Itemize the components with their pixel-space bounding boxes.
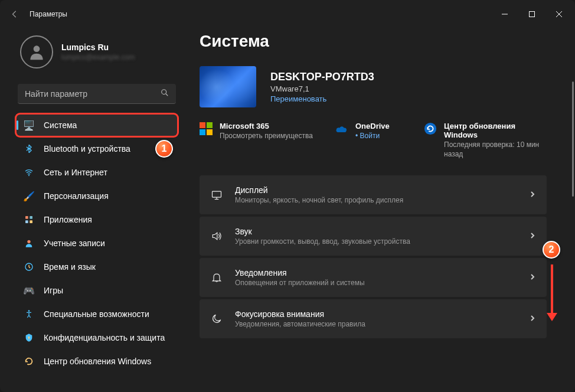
- setting-title: Дисплей: [235, 185, 517, 195]
- setting-title: Звук: [235, 227, 517, 236]
- page-title: Система: [200, 32, 563, 51]
- service-sub: Просмотреть преимущества: [220, 132, 313, 141]
- service-title: OneDrive: [355, 122, 390, 130]
- annotation-scroll-arrow: [548, 264, 556, 321]
- svg-rect-18: [213, 191, 221, 197]
- setting-desc: Оповещения от приложений и системы: [235, 279, 517, 287]
- minimize-button[interactable]: [491, 4, 518, 25]
- sidebar-item-time-language[interactable]: Время и язык: [17, 256, 177, 277]
- sidebar-item-label: Учетные записи: [44, 239, 105, 248]
- windows-update-icon: [24, 356, 34, 367]
- ms365-icon: [200, 122, 213, 135]
- annotation-badge-1: 1: [155, 140, 173, 158]
- service-sub: Последняя проверка: 10 мин назад: [444, 141, 545, 159]
- sidebar-item-gaming[interactable]: 🎮 Игры: [17, 280, 177, 301]
- settings-list: Дисплей Мониторы, яркость, ночной свет, …: [200, 175, 563, 350]
- back-button[interactable]: [11, 10, 19, 18]
- device-summary: DESKTOP-PO7RTD3 VMware7,1 Переименовать: [200, 66, 563, 107]
- svg-point-12: [27, 240, 30, 243]
- setting-desc: Мониторы, яркость, ночной свет, профиль …: [235, 196, 517, 204]
- service-summary: Microsoft 365 Просмотреть преимущества O…: [200, 122, 563, 159]
- sidebar-item-label: Конфиденциальность и защита: [44, 333, 165, 342]
- wifi-icon: [24, 167, 34, 178]
- sidebar-item-accounts[interactable]: Учетные записи: [17, 233, 177, 254]
- setting-focus-assist[interactable]: Фокусировка внимания Уведомления, автома…: [200, 299, 547, 338]
- search-input[interactable]: [18, 84, 176, 104]
- service-onedrive[interactable]: OneDrive Войти: [335, 122, 424, 159]
- sidebar-item-bluetooth[interactable]: Bluetooth и устройства: [17, 138, 177, 159]
- sidebar-item-label: Центр обновления Windows: [44, 357, 151, 366]
- search-field[interactable]: [25, 89, 161, 99]
- setting-desc: Уровни громкости, вывод, ввод, звуковые …: [235, 237, 517, 246]
- sidebar-item-network[interactable]: Сеть и Интернет: [17, 162, 177, 183]
- sidebar-item-apps[interactable]: Приложения: [17, 209, 177, 230]
- service-link[interactable]: Войти: [355, 132, 390, 140]
- moon-icon: [210, 312, 223, 325]
- device-name: DESKTOP-PO7RTD3: [270, 71, 374, 83]
- setting-sound[interactable]: Звук Уровни громкости, вывод, ввод, звук…: [200, 217, 547, 256]
- setting-notifications[interactable]: Уведомления Оповещения от приложений и с…: [200, 258, 547, 297]
- sound-icon: [210, 230, 223, 243]
- setting-title: Фокусировка внимания: [235, 309, 517, 319]
- sidebar-item-label: Сеть и Интернет: [44, 168, 107, 177]
- setting-desc: Уведомления, автоматические правила: [235, 320, 517, 328]
- shield-icon: [24, 332, 34, 343]
- bell-icon: [210, 271, 223, 284]
- sidebar-item-label: Приложения: [44, 215, 92, 224]
- search-icon: [161, 89, 169, 99]
- paintbrush-icon: 🖌️: [24, 191, 34, 201]
- chevron-right-icon: [529, 313, 536, 324]
- monitor-icon: 🖥️: [24, 120, 34, 130]
- svg-point-4: [34, 45, 40, 52]
- device-model: VMware7,1: [270, 84, 374, 93]
- account-email: lumpics@example.com: [61, 53, 135, 61]
- sidebar-item-personalization[interactable]: 🖌️ Персонализация: [17, 185, 177, 207]
- svg-point-5: [162, 89, 166, 94]
- gamepad-icon: 🎮: [24, 285, 34, 296]
- annotation-badge-2: 2: [543, 241, 560, 259]
- rename-link[interactable]: Переименовать: [270, 94, 374, 103]
- account-name: Lumpics Ru: [61, 43, 135, 52]
- sidebar-nav: 🖥️ Система Bluetooth и устройства Сеть и…: [17, 115, 177, 372]
- display-icon: [210, 188, 223, 201]
- avatar: [20, 35, 53, 68]
- chevron-right-icon: [529, 231, 536, 241]
- svg-point-7: [28, 175, 30, 176]
- account-block[interactable]: Lumpics Ru lumpics@example.com: [17, 31, 177, 79]
- setting-title: Уведомления: [235, 268, 517, 277]
- sidebar-item-privacy[interactable]: Конфиденциальность и защита: [17, 327, 177, 348]
- sidebar-item-label: Bluetooth и устройства: [44, 144, 130, 153]
- windows-update-circle-icon: [424, 122, 437, 135]
- service-ms365[interactable]: Microsoft 365 Просмотреть преимущества: [200, 122, 335, 159]
- sidebar-item-system[interactable]: 🖥️ Система: [17, 115, 177, 136]
- sidebar-item-label: Персонализация: [44, 191, 109, 201]
- svg-rect-9: [30, 216, 32, 219]
- service-title: Центр обновления Windows: [444, 122, 545, 139]
- sidebar-item-label: Время и язык: [44, 262, 96, 272]
- svg-rect-11: [30, 220, 32, 223]
- svg-line-6: [166, 93, 168, 96]
- scrollbar[interactable]: [572, 81, 574, 197]
- close-button[interactable]: [545, 4, 573, 25]
- sidebar-item-label: Специальные возможности: [44, 309, 149, 319]
- service-windows-update[interactable]: Центр обновления Windows Последняя прове…: [424, 122, 563, 159]
- svg-point-14: [28, 310, 30, 312]
- svg-rect-1: [530, 12, 535, 17]
- setting-display[interactable]: Дисплей Мониторы, яркость, ночной свет, …: [200, 175, 547, 214]
- sidebar-item-windows-update[interactable]: Центр обновления Windows: [17, 351, 177, 372]
- service-title: Microsoft 365: [220, 122, 313, 130]
- svg-rect-8: [25, 216, 28, 219]
- apps-icon: [24, 214, 34, 225]
- sidebar-item-accessibility[interactable]: Специальные возможности: [17, 303, 177, 325]
- onedrive-icon: [335, 122, 348, 135]
- sidebar: Lumpics Ru lumpics@example.com 🖥️ Систем…: [0, 28, 182, 392]
- svg-point-17: [424, 123, 436, 135]
- account-icon: [24, 238, 34, 249]
- chevron-right-icon: [529, 190, 536, 200]
- maximize-button[interactable]: [518, 4, 545, 25]
- main-panel: Система DESKTOP-PO7RTD3 VMware7,1 Переим…: [182, 28, 575, 392]
- bluetooth-icon: [24, 143, 34, 154]
- chevron-right-icon: [529, 272, 536, 283]
- svg-rect-10: [25, 220, 28, 223]
- titlebar: Параметры: [0, 0, 575, 28]
